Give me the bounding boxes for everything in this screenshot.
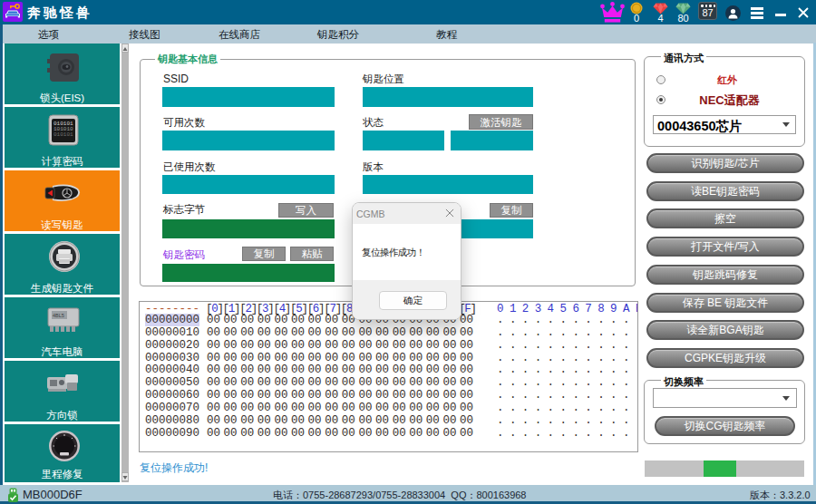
svg-text:4BL5: 4BL5 — [53, 313, 64, 318]
svg-text:010101: 010101 — [53, 131, 73, 138]
